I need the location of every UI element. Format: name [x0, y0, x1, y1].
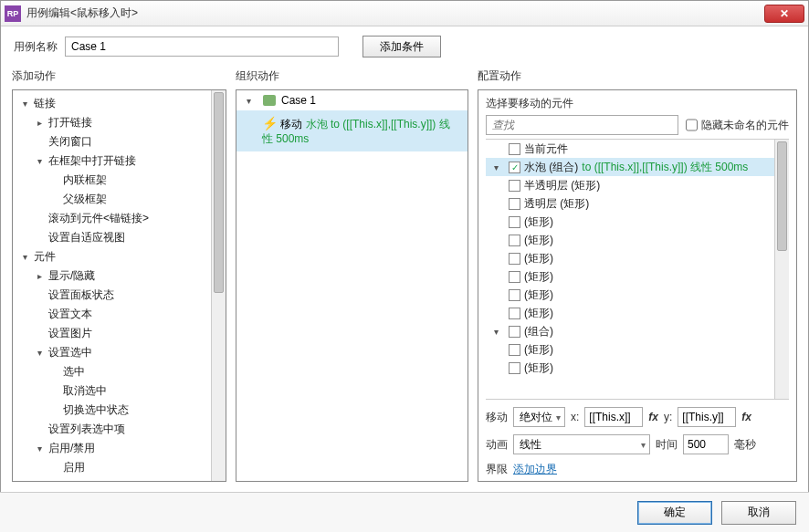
- move-mode-select[interactable]: 绝对位▾: [513, 407, 565, 427]
- x-input[interactable]: [584, 407, 643, 427]
- anim-mode-select[interactable]: 线性▾: [513, 434, 650, 454]
- widget-row[interactable]: (矩形): [486, 286, 789, 304]
- action-item[interactable]: 设置列表选中项: [13, 420, 226, 439]
- action-item[interactable]: 启用: [13, 458, 226, 477]
- widget-row[interactable]: 半透明层 (矩形): [486, 176, 789, 194]
- action-item-label: 关闭窗口: [48, 134, 92, 150]
- widget-row[interactable]: (矩形): [486, 359, 789, 377]
- actions-panel: 链接打开链接关闭窗口在框架中打开链接内联框架父级框架滚动到元件<锚链接>设置自适…: [12, 89, 226, 482]
- chevron-right-icon[interactable]: [35, 271, 45, 281]
- widget-row[interactable]: (矩形): [486, 231, 789, 249]
- widget-row[interactable]: 水泡 (组合) to ([[This.x]],[[This.y]]) 线性 50…: [486, 158, 789, 176]
- widget-label: (矩形): [524, 287, 553, 303]
- action-item[interactable]: 切换选中状态: [13, 401, 226, 420]
- checkbox[interactable]: [509, 271, 520, 283]
- case-root[interactable]: Case 1: [236, 90, 468, 110]
- action-item[interactable]: 设置选中: [13, 343, 226, 362]
- config-panel: 选择要移动的元件 隐藏未命名的元件 当前元件水泡 (组合) to ([[This…: [478, 89, 797, 482]
- widget-label: (组合): [524, 324, 553, 339]
- spacer: [491, 144, 501, 154]
- chevron-down-icon: ▾: [641, 440, 646, 450]
- spacer: [49, 367, 59, 377]
- action-item[interactable]: 链接: [13, 94, 226, 113]
- action-item[interactable]: 滚动到元件<锚链接>: [13, 209, 226, 228]
- checkbox[interactable]: [509, 198, 520, 210]
- action-item[interactable]: 打开链接: [13, 113, 226, 132]
- action-item[interactable]: 内联框架: [13, 171, 226, 190]
- case-action-row[interactable]: ⚡ 移动 水泡 to ([[This.x]],[[This.y]]) 线性 50…: [236, 110, 468, 151]
- chevron-down-icon[interactable]: [35, 443, 45, 454]
- action-item[interactable]: 设置自适应视图: [13, 228, 226, 247]
- checkbox[interactable]: [509, 253, 520, 265]
- checkbox[interactable]: [509, 162, 520, 173]
- scrollbar[interactable]: [774, 140, 789, 399]
- y-input[interactable]: [678, 407, 736, 427]
- action-item-label: 选中: [63, 364, 85, 380]
- col2-header: 组织动作: [236, 67, 468, 89]
- action-item[interactable]: 取消选中: [13, 381, 226, 401]
- hide-unnamed-checkbox[interactable]: 隐藏未命名的元件: [686, 115, 789, 135]
- widget-row[interactable]: 当前元件: [486, 140, 789, 158]
- spacer: [491, 272, 501, 282]
- chevron-down-icon[interactable]: [20, 252, 30, 262]
- action-item[interactable]: 显示/隐藏: [13, 266, 226, 286]
- cancel-button[interactable]: 取消: [721, 501, 796, 525]
- organise-panel: Case 1 ⚡ 移动 水泡 to ([[This.x]],[[This.y]]…: [236, 89, 468, 482]
- chevron-down-icon[interactable]: [491, 162, 501, 172]
- action-item[interactable]: 设置文本: [13, 305, 226, 324]
- case-name-input[interactable]: [65, 37, 339, 57]
- action-item[interactable]: 在框架中打开链接: [13, 151, 226, 171]
- chevron-right-icon[interactable]: [35, 118, 45, 128]
- anim-row: 动画 线性▾ 时间 毫秒: [486, 434, 789, 454]
- widget-row[interactable]: (矩形): [486, 249, 789, 267]
- spacer: [491, 308, 501, 318]
- action-item[interactable]: 禁用: [13, 477, 226, 482]
- widget-row[interactable]: 透明层 (矩形): [486, 194, 789, 213]
- action-item[interactable]: 设置图片: [13, 324, 226, 343]
- checkbox[interactable]: [509, 362, 520, 374]
- checkbox[interactable]: [509, 216, 520, 228]
- chevron-down-icon[interactable]: [491, 327, 501, 337]
- add-condition-button[interactable]: 添加条件: [362, 36, 441, 57]
- chevron-down-icon[interactable]: [244, 96, 254, 106]
- spacer: [491, 254, 501, 264]
- fx-y-button[interactable]: fx: [741, 411, 751, 423]
- widget-label: 当前元件: [524, 141, 568, 157]
- widget-row[interactable]: (矩形): [486, 340, 789, 359]
- scrollbar[interactable]: [211, 90, 226, 481]
- checkbox[interactable]: [509, 326, 520, 338]
- widget-list: 当前元件水泡 (组合) to ([[This.x]],[[This.y]]) 线…: [486, 139, 789, 400]
- chevron-down-icon[interactable]: [20, 99, 30, 109]
- widget-row[interactable]: (矩形): [486, 267, 789, 286]
- checkbox[interactable]: [509, 235, 520, 246]
- time-input[interactable]: [683, 434, 729, 454]
- action-item[interactable]: 启用/禁用: [13, 439, 226, 458]
- widget-row[interactable]: (矩形): [486, 304, 789, 322]
- action-item-label: 设置面板状态: [48, 287, 114, 303]
- action-item[interactable]: 关闭窗口: [13, 132, 226, 151]
- hide-unnamed-box[interactable]: [686, 115, 698, 135]
- action-item-label: 切换选中状态: [63, 402, 129, 418]
- chevron-down-icon[interactable]: [35, 156, 45, 166]
- action-item[interactable]: 设置面板状态: [13, 286, 226, 305]
- checkbox[interactable]: [509, 143, 520, 155]
- close-button[interactable]: ✕: [764, 5, 804, 23]
- chevron-down-icon: ▾: [556, 412, 561, 422]
- widget-row[interactable]: (组合): [486, 322, 789, 340]
- ok-button[interactable]: 确定: [637, 501, 712, 525]
- add-bounds-link[interactable]: 添加边界: [513, 462, 557, 477]
- action-item[interactable]: 父级框架: [13, 190, 226, 209]
- action-item[interactable]: 选中: [13, 362, 226, 381]
- checkbox[interactable]: [509, 289, 520, 301]
- spacer: [35, 137, 45, 147]
- action-item-label: 启用/禁用: [48, 441, 95, 456]
- action-item[interactable]: 元件: [13, 247, 226, 266]
- checkbox[interactable]: [509, 308, 520, 319]
- widget-config-text: to ([[This.x]],[[This.y]]) 线性 500ms: [582, 160, 748, 175]
- checkbox[interactable]: [509, 180, 520, 192]
- chevron-down-icon[interactable]: [35, 348, 45, 358]
- search-input[interactable]: [486, 115, 678, 135]
- widget-row[interactable]: (矩形): [486, 213, 789, 231]
- fx-x-button[interactable]: fx: [648, 411, 658, 423]
- checkbox[interactable]: [509, 344, 520, 356]
